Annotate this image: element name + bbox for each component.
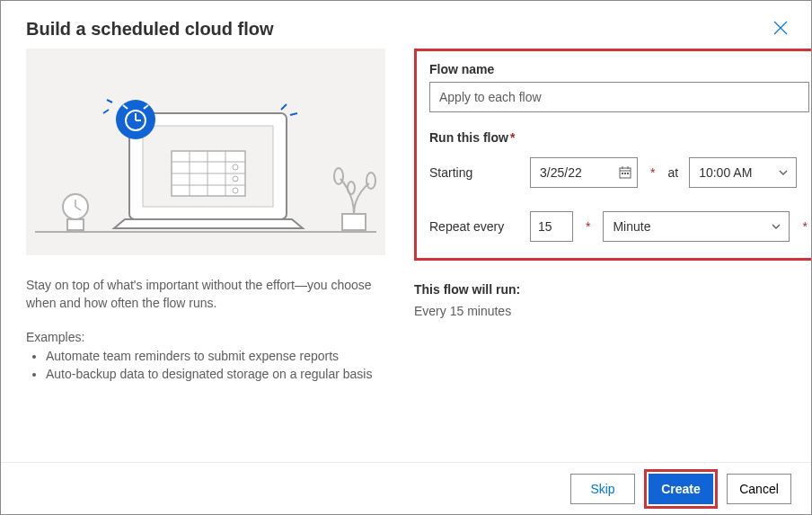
svg-point-27 — [366, 173, 375, 189]
skip-button[interactable]: Skip — [570, 474, 635, 504]
svg-line-30 — [290, 113, 297, 115]
required-marker: * — [650, 165, 655, 180]
illustration — [26, 49, 385, 255]
calendar-icon — [619, 166, 631, 179]
required-marker: * — [802, 219, 807, 234]
create-button[interactable]: Create — [649, 474, 713, 504]
create-highlight: Create — [644, 469, 718, 509]
run-this-flow-label: Run this flow* — [429, 130, 809, 145]
starting-time-select[interactable]: 10:00 AM — [689, 157, 797, 188]
summary-text: Every 15 minutes — [414, 304, 812, 318]
repeat-value-input[interactable] — [530, 211, 573, 242]
svg-rect-35 — [622, 173, 623, 174]
svg-line-20 — [107, 100, 112, 102]
close-button[interactable] — [768, 15, 793, 40]
required-marker: * — [586, 219, 590, 234]
svg-line-19 — [103, 110, 109, 113]
example-item: Auto-backup data to designated storage o… — [46, 366, 385, 384]
svg-line-29 — [281, 104, 287, 110]
svg-point-28 — [348, 182, 355, 194]
summary-label: This flow will run: — [414, 282, 812, 297]
examples-label: Examples: — [26, 330, 385, 344]
form-highlight: Flow name Run this flow* Starting 3/25/2… — [414, 49, 812, 261]
dialog-footer: Skip Create Cancel — [1, 462, 811, 514]
flow-name-label: Flow name — [429, 62, 809, 76]
svg-rect-37 — [627, 173, 629, 174]
examples-list: Automate team reminders to submit expens… — [26, 348, 385, 383]
close-icon — [773, 21, 788, 35]
chevron-down-icon — [771, 221, 781, 232]
description-text: Stay on top of what's important without … — [26, 277, 385, 312]
repeat-unit-select[interactable]: Minute — [603, 211, 790, 242]
svg-point-26 — [334, 168, 343, 184]
example-item: Automate team reminders to submit expens… — [46, 348, 385, 366]
svg-rect-24 — [67, 219, 84, 230]
svg-rect-25 — [342, 214, 366, 230]
chevron-down-icon — [778, 167, 789, 178]
starting-label: Starting — [429, 165, 519, 180]
dialog-title: Build a scheduled cloud flow — [1, 1, 811, 47]
repeat-every-label: Repeat every — [429, 219, 519, 234]
starting-date-input[interactable]: 3/25/22 — [530, 157, 638, 188]
at-label: at — [667, 165, 678, 180]
cancel-button[interactable]: Cancel — [727, 474, 791, 504]
svg-rect-36 — [624, 173, 626, 174]
flow-name-input[interactable] — [429, 82, 809, 112]
